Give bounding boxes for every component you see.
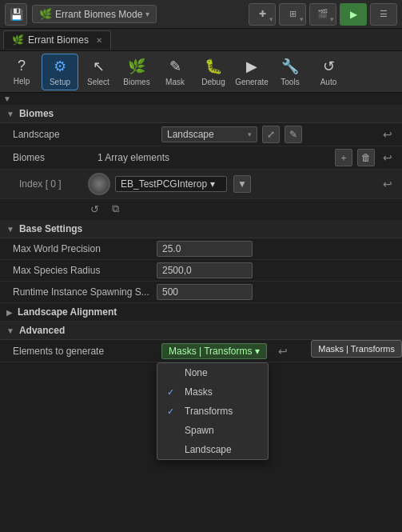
tools-icon: 🔧	[281, 58, 299, 75]
delete-biome-btn[interactable]: 🗑	[357, 149, 375, 166]
landscape-dropdown[interactable]: Landscape ▾	[161, 126, 257, 142]
dropdown-item-masks-label: Masks	[185, 386, 213, 398]
tool-setup[interactable]: ⚙ Setup	[42, 54, 78, 90]
toolbar: ? Help ⚙ Setup ↖ Select 🌿 Biomes ✎ Mask …	[0, 51, 402, 93]
top-collapse-arrow: ▼	[3, 94, 11, 103]
pcg-undo-btn[interactable]: ↩	[380, 176, 396, 192]
grid-icon: ⊞	[289, 9, 297, 19]
biomes-section-title: Biomes	[19, 108, 54, 119]
landscape-label: Landscape	[13, 129, 157, 140]
add-button[interactable]: ✚ ▾	[249, 3, 276, 26]
tool-tools-label: Tools	[281, 78, 299, 86]
biomes-section-header[interactable]: ▼ Biomes	[0, 105, 402, 123]
add-arrow-icon: ▾	[269, 15, 273, 23]
save-button[interactable]: 💾	[5, 3, 27, 26]
dropdown-item-transforms[interactable]: ✓ Transforms	[157, 402, 268, 421]
transforms-check-icon: ✓	[167, 406, 178, 417]
mode-dropdown[interactable]: 🌿 Errant Biomes Mode ▾	[32, 5, 157, 23]
add-biome-btn[interactable]: ＋	[335, 149, 352, 166]
save-icon: 💾	[10, 8, 23, 21]
landscape-undo-btn[interactable]: ↩	[380, 126, 396, 142]
landscape-dropdown-value: Landscape	[167, 129, 214, 140]
dropdown-item-none-label: None	[185, 367, 208, 378]
tool-mask[interactable]: ✎ Mask	[157, 54, 193, 90]
max-species-radius-label: Max Species Radius	[13, 265, 157, 276]
debug-icon: 🐛	[205, 58, 222, 75]
mode-tree-icon: 🌿	[39, 8, 52, 20]
advanced-section-arrow: ▼	[6, 326, 14, 335]
dropdown-item-spawn[interactable]: Spawn	[157, 421, 268, 440]
pcg-dropdown-arrow: ▾	[210, 178, 215, 190]
add-icon: ✚	[259, 9, 266, 19]
pcg-reset-btn[interactable]: ↺	[86, 201, 102, 217]
dropdown-item-none[interactable]: None	[157, 363, 268, 382]
pcg-copy-btn[interactable]: ⧉	[107, 201, 123, 217]
tool-select-label: Select	[87, 78, 109, 86]
index-label: Index [ 0 ]	[19, 178, 83, 190]
max-species-radius-input[interactable]	[157, 262, 253, 278]
elements-dropdown[interactable]: Masks | Transforms ▾	[161, 343, 267, 359]
base-settings-arrow: ▼	[6, 225, 14, 234]
landscape-align-arrow: ▶	[6, 308, 13, 317]
play-button[interactable]: ▶	[340, 3, 367, 26]
biomes-array-label: Biomes	[13, 152, 93, 163]
tab-icon: 🌿	[12, 34, 24, 46]
select-icon: ↖	[93, 58, 105, 75]
tool-auto[interactable]: ↺ Auto	[310, 54, 347, 90]
tool-debug[interactable]: 🐛 Debug	[195, 54, 232, 90]
tab-label: Errant Biomes	[28, 34, 89, 46]
tool-auto-label: Auto	[320, 78, 337, 86]
tool-generate[interactable]: ▶ Generate	[233, 54, 270, 90]
film-button[interactable]: 🎬 ▾	[309, 3, 336, 26]
masks-check-icon: ✓	[167, 387, 178, 398]
tool-mask-label: Mask	[165, 78, 185, 86]
max-world-precision-input[interactable]	[157, 241, 253, 257]
tool-biomes[interactable]: 🌿 Biomes	[118, 54, 155, 90]
max-species-radius-row: Max Species Radius	[0, 260, 402, 282]
base-settings-header[interactable]: ▼ Base Settings	[0, 220, 402, 238]
grid-button[interactable]: ⊞ ▾	[279, 3, 306, 26]
tool-help-label: Help	[14, 77, 30, 86]
tab-close-button[interactable]: ✕	[96, 36, 102, 45]
dropdown-item-masks[interactable]: ✓ Masks	[157, 382, 268, 402]
dropdown-item-landscape-label: Landscape	[185, 444, 232, 455]
landscape-edit-btn[interactable]: ✎	[285, 126, 302, 143]
help-icon: ?	[18, 58, 26, 74]
index-row: Index [ 0 ] EB_TestPCGInterop ▾ ▼ ↩	[0, 170, 402, 199]
advanced-section-title: Advanced	[19, 325, 65, 336]
landscape-align-header[interactable]: ▶ Landscape Alignment	[0, 303, 402, 322]
pcg-expand-btn[interactable]: ▼	[233, 175, 251, 193]
top-collapse[interactable]: ▼	[0, 93, 402, 105]
biomes-array-row: Biomes 1 Array elements ＋ 🗑 ↩	[0, 146, 402, 170]
settings-button[interactable]: ☰	[370, 3, 397, 26]
max-species-radius-value	[157, 262, 396, 278]
landscape-dropdown-arrow: ▾	[248, 130, 252, 138]
elements-undo-btn[interactable]: ↩	[275, 343, 291, 359]
pcg-dropdown[interactable]: EB_TestPCGInterop ▾	[115, 176, 227, 192]
generate-icon: ▶	[246, 58, 257, 75]
film-arrow-icon: ▾	[330, 15, 334, 23]
elements-to-generate-row: Elements to generate Masks | Transforms …	[0, 340, 402, 362]
max-world-precision-value	[157, 241, 396, 257]
tab-errant-biomes[interactable]: 🌿 Errant Biomes ✕	[3, 30, 111, 49]
runtime-spawning-input[interactable]	[157, 284, 253, 300]
tool-select[interactable]: ↖ Select	[80, 54, 117, 90]
grid-arrow-icon: ▾	[300, 15, 304, 23]
landscape-expand-btn[interactable]: ⤢	[262, 126, 280, 143]
top-bar-actions: ✚ ▾ ⊞ ▾ 🎬 ▾ ▶ ☰	[249, 3, 397, 26]
biomes-undo-btn[interactable]: ↩	[380, 150, 396, 166]
pcg-sub-icons: ↺ ⧉	[0, 199, 402, 220]
tool-debug-label: Debug	[201, 78, 225, 86]
tool-tools[interactable]: 🔧 Tools	[272, 54, 308, 90]
max-world-precision-row: Max World Precision	[0, 238, 402, 260]
dropdown-item-landscape[interactable]: Landscape	[157, 440, 268, 459]
pcg-thumbnail	[88, 173, 110, 195]
main-content: ▼ ▼ Biomes Landscape Landscape ▾ ⤢ ✎ ↩ B…	[0, 93, 402, 532]
settings-icon: ☰	[380, 9, 388, 19]
landscape-row: Landscape Landscape ▾ ⤢ ✎ ↩	[0, 123, 402, 146]
tool-help[interactable]: ? Help	[3, 54, 40, 90]
pcg-dropdown-value: EB_TestPCGInterop	[121, 178, 207, 190]
advanced-section-header[interactable]: ▼ Advanced	[0, 322, 402, 340]
tool-biomes-label: Biomes	[123, 78, 149, 86]
setup-icon: ⚙	[54, 58, 66, 75]
